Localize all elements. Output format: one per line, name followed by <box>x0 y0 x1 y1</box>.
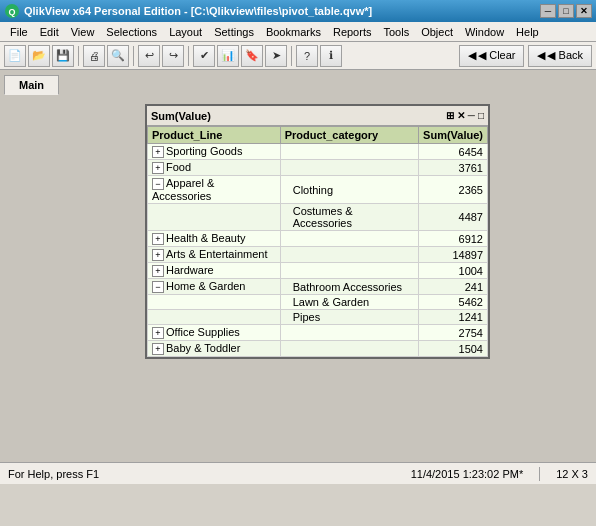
collapse-icon[interactable]: − <box>152 281 164 293</box>
minimize-button[interactable]: ─ <box>540 4 556 18</box>
title-bar: Q QlikView x64 Personal Edition - [C:\Ql… <box>0 0 596 22</box>
help-button[interactable]: ? <box>296 45 318 67</box>
tab-main[interactable]: Main <box>4 75 59 95</box>
product-line-cell: −Home & Garden <box>148 279 281 295</box>
menu-help[interactable]: Help <box>510 24 545 40</box>
sep-2 <box>133 46 134 66</box>
close-button[interactable]: ✕ <box>576 4 592 18</box>
menu-bookmarks[interactable]: Bookmarks <box>260 24 327 40</box>
value-cell: 6912 <box>419 231 488 247</box>
new-button[interactable]: 📄 <box>4 45 26 67</box>
clear-button[interactable]: ◀ ◀ Clear <box>459 45 524 67</box>
grid-size: 12 X 3 <box>556 468 588 480</box>
col-sum-value: Sum(Value) <box>419 127 488 144</box>
menu-tools[interactable]: Tools <box>377 24 415 40</box>
preview-button[interactable]: 🔍 <box>107 45 129 67</box>
info-button[interactable]: ℹ <box>320 45 342 67</box>
expand-icon[interactable]: + <box>152 327 164 339</box>
product-line-cell: +Office Supplies <box>148 325 281 341</box>
table-row: −Apparel & Accessories Clothing 2365 <box>148 176 488 204</box>
menu-layout[interactable]: Layout <box>163 24 208 40</box>
product-line-cell: +Sporting Goods <box>148 144 281 160</box>
toolbar: 📄 📂 💾 🖨 🔍 ↩ ↪ ✔ 📊 🔖 ➤ ? ℹ ◀ ◀ Clear ◀ ◀ … <box>0 42 596 70</box>
menu-bar: File Edit View Selections Layout Setting… <box>0 22 596 42</box>
value-cell: 14897 <box>419 247 488 263</box>
table-row: +Sporting Goods 6454 <box>148 144 488 160</box>
product-line-cell <box>148 310 281 325</box>
product-line-cell <box>148 204 281 231</box>
svg-text:Q: Q <box>8 7 15 17</box>
table-row: +Arts & Entertainment 14897 <box>148 247 488 263</box>
tab-bar: Main <box>0 70 596 94</box>
category-cell: Pipes <box>280 310 418 325</box>
print-button[interactable]: 🖨 <box>83 45 105 67</box>
menu-window[interactable]: Window <box>459 24 510 40</box>
app-icon: Q <box>4 3 20 19</box>
redo-button[interactable]: ↪ <box>162 45 184 67</box>
arrow-button[interactable]: ➤ <box>265 45 287 67</box>
category-cell <box>280 263 418 279</box>
menu-object[interactable]: Object <box>415 24 459 40</box>
sep-1 <box>78 46 79 66</box>
category-cell <box>280 341 418 357</box>
product-line-cell <box>148 295 281 310</box>
save-button[interactable]: 💾 <box>52 45 74 67</box>
expand-icon[interactable]: + <box>152 249 164 261</box>
sep-4 <box>291 46 292 66</box>
expand-icon[interactable]: + <box>152 146 164 158</box>
status-bar: For Help, press F1 11/4/2015 1:23:02 PM*… <box>0 462 596 484</box>
menu-settings[interactable]: Settings <box>208 24 260 40</box>
chart-button[interactable]: 📊 <box>217 45 239 67</box>
menu-reports[interactable]: Reports <box>327 24 378 40</box>
expand-icon[interactable]: + <box>152 343 164 355</box>
datetime-display: 11/4/2015 1:23:02 PM* <box>411 468 524 480</box>
sep-3 <box>188 46 189 66</box>
product-line-cell: +Hardware <box>148 263 281 279</box>
clear-label: ◀ Clear <box>478 49 515 62</box>
pivot-data-table: Product_Line Product_category Sum(Value)… <box>147 126 488 357</box>
pivot-minimize[interactable]: ─ <box>468 110 475 121</box>
value-cell: 241 <box>419 279 488 295</box>
value-cell: 2365 <box>419 176 488 204</box>
category-cell <box>280 231 418 247</box>
select-all-button[interactable]: ✔ <box>193 45 215 67</box>
menu-edit[interactable]: Edit <box>34 24 65 40</box>
open-button[interactable]: 📂 <box>28 45 50 67</box>
col-product-line: Product_Line <box>148 127 281 144</box>
pivot-icon-2[interactable]: ✕ <box>457 110 465 121</box>
menu-file[interactable]: File <box>4 24 34 40</box>
category-cell <box>280 144 418 160</box>
category-cell: Clothing <box>280 176 418 204</box>
undo-button[interactable]: ↩ <box>138 45 160 67</box>
category-cell <box>280 160 418 176</box>
category-cell <box>280 325 418 341</box>
menu-view[interactable]: View <box>65 24 101 40</box>
table-row: +Office Supplies 2754 <box>148 325 488 341</box>
menu-selections[interactable]: Selections <box>100 24 163 40</box>
expand-icon[interactable]: + <box>152 162 164 174</box>
status-divider <box>539 467 540 481</box>
expand-icon[interactable]: + <box>152 233 164 245</box>
back-button[interactable]: ◀ ◀ Back <box>528 45 592 67</box>
value-cell: 1241 <box>419 310 488 325</box>
value-cell: 2754 <box>419 325 488 341</box>
pivot-controls: ⊞ ✕ ─ □ <box>446 110 484 121</box>
category-cell: Bathroom Accessories <box>280 279 418 295</box>
value-cell: 1504 <box>419 341 488 357</box>
window-title: QlikView x64 Personal Edition - [C:\Qlik… <box>24 5 540 17</box>
window-controls: ─ □ ✕ <box>540 4 592 18</box>
expand-icon[interactable]: + <box>152 265 164 277</box>
table-row: Costumes & Accessories 4487 <box>148 204 488 231</box>
table-row: Pipes 1241 <box>148 310 488 325</box>
restore-button[interactable]: □ <box>558 4 574 18</box>
product-line-cell: +Food <box>148 160 281 176</box>
pivot-icon-1[interactable]: ⊞ <box>446 110 454 121</box>
category-cell: Costumes & Accessories <box>280 204 418 231</box>
bookmark-button[interactable]: 🔖 <box>241 45 263 67</box>
value-cell: 6454 <box>419 144 488 160</box>
collapse-icon[interactable]: − <box>152 178 164 190</box>
back-icon: ◀ <box>537 49 545 62</box>
pivot-restore[interactable]: □ <box>478 110 484 121</box>
value-cell: 5462 <box>419 295 488 310</box>
clear-icon: ◀ <box>468 49 476 62</box>
